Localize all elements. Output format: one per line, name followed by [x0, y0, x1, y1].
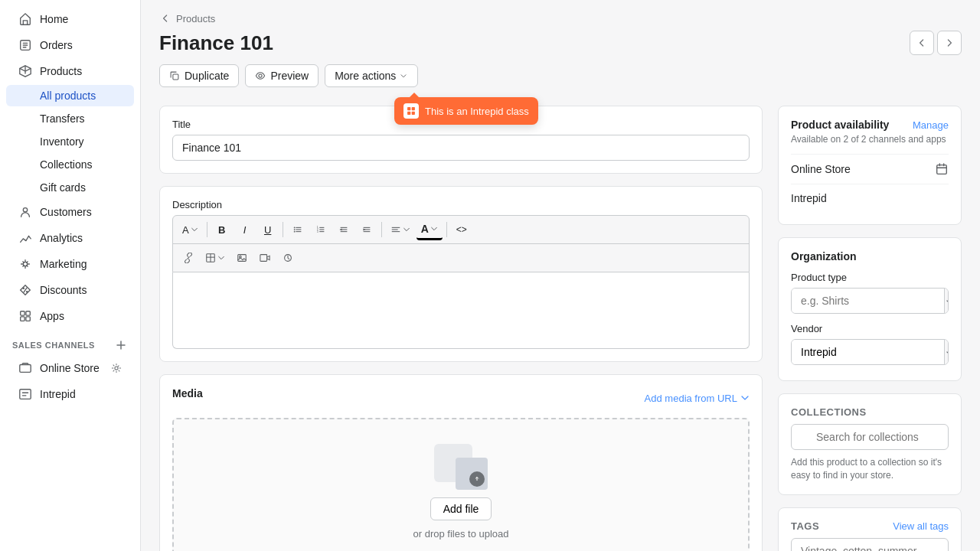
vendor-label: Vendor: [791, 323, 949, 334]
home-icon: [18, 12, 32, 26]
sidebar-sub-all-products-label: All products: [40, 90, 96, 102]
add-file-button[interactable]: Add file: [430, 497, 492, 520]
preview-button[interactable]: Preview: [245, 64, 318, 87]
format-select[interactable]: A: [178, 219, 203, 240]
organization-card: Organization Product type Vendor: [778, 237, 962, 381]
svg-rect-14: [407, 112, 410, 115]
list-unordered-button[interactable]: [287, 219, 309, 240]
online-store-settings-icon[interactable]: [111, 363, 122, 373]
indent-increase-button[interactable]: [356, 219, 377, 240]
view-all-tags-button[interactable]: View all tags: [893, 520, 949, 532]
availability-header: Product availability Manage: [791, 119, 949, 131]
add-sales-channel-button[interactable]: [114, 338, 128, 352]
media-upload-icon: [434, 444, 488, 490]
intrepid-icon: [18, 387, 32, 401]
svg-rect-9: [20, 390, 31, 399]
align-select[interactable]: [386, 219, 415, 240]
sidebar-sub-gift-cards[interactable]: Gift cards: [6, 177, 134, 198]
discounts-icon: [18, 283, 32, 297]
italic-button[interactable]: I: [234, 219, 256, 240]
page-title: Finance 101: [159, 31, 273, 55]
media-drop-zone[interactable]: Add file or drop files to upload: [172, 418, 750, 551]
align-icon: [390, 224, 401, 235]
toolbar-row-2: [173, 244, 749, 272]
vendor-arrow[interactable]: [944, 340, 949, 364]
sidebar-item-products[interactable]: Products: [6, 59, 134, 83]
description-editor-body[interactable]: [172, 272, 750, 349]
svg-rect-6: [26, 317, 30, 321]
svg-point-11: [259, 74, 262, 77]
widget-button[interactable]: [277, 247, 299, 269]
sidebar-item-orders[interactable]: Orders: [6, 33, 134, 57]
title-input[interactable]: [172, 135, 750, 161]
collections-search-input[interactable]: [791, 424, 949, 450]
tags-header: TAGS View all tags: [791, 520, 949, 532]
toolbar-divider-3: [381, 222, 382, 237]
color-select[interactable]: A: [416, 219, 443, 240]
sidebar-item-marketing[interactable]: Marketing: [6, 252, 134, 276]
table-select[interactable]: [201, 247, 230, 269]
indent-decrease-button[interactable]: [333, 219, 354, 240]
nav-prev-button[interactable]: [910, 31, 934, 55]
collections-header: COLLECTIONS: [791, 406, 949, 418]
sidebar-item-intrepid[interactable]: Intrepid: [6, 382, 134, 406]
sidebar-item-online-store[interactable]: Online Store: [6, 356, 134, 380]
bold-button[interactable]: B: [211, 219, 233, 240]
online-store-icon: [18, 361, 32, 375]
sidebar-sub-all-products[interactable]: All products: [6, 85, 134, 106]
link-button[interactable]: [178, 247, 199, 269]
svg-rect-7: [20, 365, 31, 373]
svg-rect-5: [21, 317, 24, 321]
sidebar-item-apps[interactable]: Apps: [6, 304, 134, 328]
duplicate-button[interactable]: Duplicate: [159, 64, 239, 87]
sidebar: Home Orders Products All products Transf…: [0, 0, 141, 551]
align-chevron-icon: [403, 226, 410, 233]
nav-next-button[interactable]: [937, 31, 962, 55]
channel-item-online-store: Online Store: [791, 154, 949, 184]
main-content: Products Finance 101 Duplicate: [141, 0, 980, 551]
chevron-left-icon: [159, 12, 172, 24]
tags-input[interactable]: [791, 538, 949, 551]
sidebar-item-discounts[interactable]: Discounts: [6, 278, 134, 302]
svg-point-20: [293, 229, 295, 230]
customers-icon: [18, 205, 32, 219]
format-chevron-icon: [191, 226, 198, 233]
product-type-input-row: [791, 288, 949, 314]
source-button[interactable]: <>: [451, 219, 472, 240]
vendor-section: Vendor: [791, 323, 949, 365]
nav-arrows: [910, 31, 962, 55]
svg-rect-3: [21, 311, 24, 315]
table-icon: [205, 253, 216, 263]
description-card: Description A B I U: [159, 186, 763, 362]
manage-availability-button[interactable]: Manage: [913, 119, 949, 131]
sidebar-sub-collections[interactable]: Collections: [6, 154, 134, 175]
product-type-arrow[interactable]: [944, 289, 949, 313]
sidebar-item-customers-label: Customers: [40, 206, 92, 218]
underline-button[interactable]: U: [257, 219, 279, 240]
sidebar-item-home[interactable]: Home: [6, 7, 134, 31]
list-ordered-button[interactable]: 123: [310, 219, 332, 240]
svg-rect-10: [173, 74, 178, 80]
product-type-input[interactable]: [792, 289, 944, 313]
toolbar-divider-1: [207, 222, 207, 237]
image-button[interactable]: [231, 247, 253, 269]
sidebar-sub-inventory[interactable]: Inventory: [6, 131, 134, 152]
sidebar-item-intrepid-label: Intrepid: [40, 388, 76, 400]
add-media-url-button[interactable]: Add media from URL: [645, 393, 750, 404]
more-actions-button[interactable]: More actions: [325, 64, 418, 87]
vendor-input[interactable]: [792, 340, 944, 364]
breadcrumb[interactable]: Products: [159, 12, 962, 24]
media-card-header: Media Add media from URL: [172, 387, 750, 409]
products-icon: [18, 64, 32, 78]
sidebar-item-customers[interactable]: Customers: [6, 200, 134, 224]
svg-rect-40: [238, 255, 247, 262]
calendar-icon[interactable]: [935, 162, 949, 176]
sidebar-item-analytics[interactable]: Analytics: [6, 226, 134, 250]
sidebar-sub-transfers[interactable]: Transfers: [6, 108, 134, 129]
video-button[interactable]: [254, 247, 276, 269]
sidebar-item-online-store-label: Online Store: [40, 362, 100, 374]
media-title: Media: [172, 387, 203, 399]
editor-toolbar: A B I U 123: [172, 215, 750, 272]
svg-rect-4: [26, 311, 30, 315]
sidebar-item-home-label: Home: [40, 13, 68, 25]
